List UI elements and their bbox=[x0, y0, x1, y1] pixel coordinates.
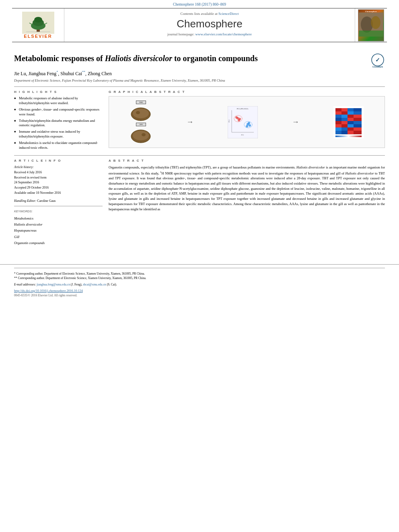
svg-rect-46 bbox=[335, 111, 341, 115]
svg-point-35 bbox=[249, 124, 251, 127]
article-history: Article history: Received 4 July 2016 Re… bbox=[14, 165, 103, 196]
divider-keywords bbox=[14, 206, 103, 206]
svg-point-9 bbox=[361, 16, 373, 33]
sciencedirect-line: Contents lists available at ScienceDirec… bbox=[72, 12, 347, 16]
email-footnote: E-mail addresses: jianghua.feng@xmu.edu.… bbox=[14, 282, 385, 287]
footnote-2: ** Corresponding author. Department of E… bbox=[14, 276, 385, 280]
highlights-abstract-row: H I G H L I G H T S Metabolic responses … bbox=[14, 90, 385, 152]
elsevier-wordmark: ELSEVIER bbox=[24, 34, 52, 39]
svg-point-31 bbox=[239, 118, 241, 120]
svg-point-34 bbox=[248, 122, 250, 124]
received-date: Received 4 July 2016 bbox=[14, 170, 103, 175]
divider-2 bbox=[14, 155, 385, 156]
highlights-label: H I G H L I G H T S bbox=[14, 90, 103, 94]
svg-text:PC2: PC2 bbox=[228, 119, 230, 122]
svg-text:✓: ✓ bbox=[375, 57, 380, 63]
footnote-1: * Corresponding author. Department of El… bbox=[14, 271, 385, 276]
divider-1 bbox=[14, 86, 385, 87]
svg-rect-72 bbox=[348, 131, 354, 134]
history-label: Article history: bbox=[14, 165, 103, 170]
article-info-section: A R T I C L E I N F O Article history: R… bbox=[14, 159, 103, 246]
svg-rect-44 bbox=[348, 108, 354, 111]
journal-homepage-line: journal homepage: www.elsevier.com/locat… bbox=[72, 32, 347, 36]
info-abstract-row: A R T I C L E I N F O Article history: R… bbox=[14, 159, 385, 246]
sciencedirect-link[interactable]: ScienceDirect bbox=[218, 12, 239, 16]
article-title-section: Metabolomic responses of Haliotis divers… bbox=[14, 53, 385, 67]
abalone-bottom-image: ♂ bbox=[130, 127, 152, 144]
svg-rect-70 bbox=[335, 131, 341, 134]
ga-abalone-column: TBT ♀ TPT bbox=[130, 101, 152, 144]
cover-illustration bbox=[359, 12, 383, 37]
svg-rect-68 bbox=[348, 127, 354, 131]
svg-rect-58 bbox=[335, 121, 341, 124]
email2-name: (S. Cai). bbox=[107, 283, 117, 286]
svg-rect-53 bbox=[354, 115, 362, 118]
ga-container: TBT ♀ TPT bbox=[111, 99, 383, 146]
svg-rect-43 bbox=[341, 108, 348, 111]
citation-text: Chemosphere 168 (2017) 860–869 bbox=[173, 2, 226, 6]
email-link-1[interactable]: jianghua.feng@xmu.edu.cn bbox=[37, 283, 70, 286]
svg-rect-67 bbox=[341, 127, 348, 131]
svg-rect-60 bbox=[348, 121, 354, 124]
highlight-item-1: Metabolic responses of abalone induced b… bbox=[14, 96, 103, 106]
svg-rect-24 bbox=[228, 106, 258, 138]
svg-rect-65 bbox=[354, 124, 362, 127]
journal-header: ELSEVIER Contents lists available at Sci… bbox=[12, 8, 387, 42]
svg-point-10 bbox=[371, 16, 380, 29]
journal-title: Chemosphere bbox=[72, 18, 347, 30]
svg-rect-51 bbox=[341, 115, 348, 118]
journal-cover-image: Chemosphere bbox=[358, 9, 384, 41]
svg-text:PCA/PLS-DA: PCA/PLS-DA bbox=[237, 108, 249, 110]
svg-point-17 bbox=[133, 109, 149, 118]
svg-point-33 bbox=[246, 125, 248, 127]
svg-rect-45 bbox=[354, 108, 362, 111]
available-date: Available online 10 November 2016 bbox=[14, 191, 103, 196]
svg-rect-59 bbox=[341, 121, 348, 124]
footer-section: * Corresponding author. Department of El… bbox=[0, 264, 399, 301]
email-label: E-mail addresses: bbox=[14, 283, 36, 286]
svg-rect-47 bbox=[341, 111, 348, 115]
elsevier-tree-image bbox=[22, 12, 54, 34]
accepted-date: Accepted 29 October 2016 bbox=[14, 185, 103, 191]
citation-bar: Chemosphere 168 (2017) 860–869 bbox=[0, 0, 399, 8]
keyword-1: Metabolomics bbox=[14, 216, 103, 222]
svg-rect-71 bbox=[341, 131, 348, 134]
journal-homepage-url[interactable]: www.elsevier.com/locate/chemosphere bbox=[195, 32, 252, 36]
ga-arrow-2: → bbox=[292, 118, 299, 126]
highlights-list: Metabolic responses of abalone induced b… bbox=[14, 96, 103, 150]
svg-rect-48 bbox=[348, 111, 354, 115]
svg-rect-56 bbox=[348, 118, 354, 121]
svg-rect-49 bbox=[354, 111, 362, 115]
article-title-text: Metabolomic responses of Haliotis divers… bbox=[14, 53, 371, 64]
svg-rect-50 bbox=[335, 115, 341, 118]
main-content: Metabolomic responses of Haliotis divers… bbox=[0, 42, 399, 254]
svg-point-21 bbox=[133, 131, 149, 140]
highlights-section: H I G H L I G H T S Metabolic responses … bbox=[14, 90, 103, 152]
svg-text:CrossMark: CrossMark bbox=[372, 66, 383, 68]
svg-rect-69 bbox=[354, 127, 362, 131]
svg-point-18 bbox=[136, 111, 140, 114]
footer-divider bbox=[14, 268, 385, 268]
svg-rect-61 bbox=[354, 121, 362, 124]
email1-name: (J. Feng), bbox=[71, 283, 82, 286]
email-link-2[interactable]: shcai@xmu.edu.cn bbox=[83, 283, 106, 286]
highlight-item-2: Obvious gender-, tissue- and compound-sp… bbox=[14, 107, 103, 117]
handling-editor-name: Caroline Gaus bbox=[37, 199, 56, 203]
svg-rect-73 bbox=[354, 131, 362, 134]
abstract-section: A B S T R A C T Organotin compounds, esp… bbox=[109, 159, 385, 246]
journal-info-center: Contents lists available at ScienceDirec… bbox=[64, 8, 355, 42]
svg-point-4 bbox=[34, 17, 42, 23]
ga-nmr-plot: PCA/PLS-DA bbox=[228, 106, 258, 138]
svg-rect-63 bbox=[341, 124, 348, 127]
svg-rect-66 bbox=[335, 127, 341, 131]
crossmark-badge[interactable]: ✓ CrossMark bbox=[371, 53, 385, 67]
doi-link[interactable]: http://dx.doi.org/10.1016/j.chemosphere.… bbox=[14, 289, 83, 293]
svg-rect-64 bbox=[348, 124, 354, 127]
keyword-5: Organotin compounds bbox=[14, 240, 103, 246]
ga-arrow-1: → bbox=[186, 118, 193, 126]
graphical-abstract-box: TBT ♀ TPT bbox=[109, 96, 385, 148]
svg-text:♀: ♀ bbox=[140, 119, 142, 121]
elsevier-logo-section: ELSEVIER bbox=[12, 8, 64, 42]
svg-text:♂: ♂ bbox=[140, 141, 142, 143]
article-info-label: A R T I C L E I N F O bbox=[14, 159, 103, 162]
